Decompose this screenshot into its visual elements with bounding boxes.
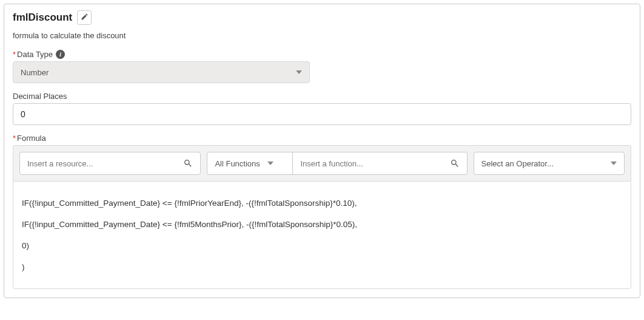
- search-icon: [176, 152, 200, 174]
- edit-button[interactable]: [77, 10, 92, 25]
- info-icon[interactable]: i: [56, 50, 65, 59]
- operator-placeholder: Select an Operator...: [481, 159, 554, 168]
- function-input[interactable]: [293, 152, 442, 174]
- formula-label: *Formula: [13, 134, 631, 143]
- formula-toolbar: All Functions Select an Operator...: [13, 145, 631, 181]
- chevron-down-icon: [296, 70, 302, 74]
- chevron-down-icon: [267, 162, 273, 165]
- title-row: fmlDiscount: [13, 10, 631, 25]
- decimal-places-field: Decimal Places: [13, 92, 631, 125]
- resource-picker[interactable]: [19, 152, 201, 175]
- data-type-label: *Data Type i: [13, 50, 631, 59]
- formula-textarea[interactable]: IF({!input_Committed_Payment_Date} <= {!…: [13, 181, 631, 289]
- chevron-down-icon: [611, 162, 617, 165]
- functions-filter-label: All Functions: [215, 159, 260, 168]
- decimal-places-label: Decimal Places: [13, 92, 631, 101]
- decimal-places-input[interactable]: [13, 103, 631, 125]
- data-type-select[interactable]: Number: [13, 61, 310, 83]
- data-type-value: Number: [21, 68, 49, 77]
- formula-title: fmlDiscount: [13, 12, 72, 24]
- function-picker-group: All Functions: [207, 152, 467, 175]
- data-type-field: *Data Type i Number: [13, 50, 631, 83]
- search-icon: [443, 152, 467, 174]
- resize-handle-icon[interactable]: [622, 280, 629, 287]
- operator-select[interactable]: Select an Operator...: [474, 152, 625, 175]
- formula-description: formula to calculate the discount: [13, 31, 631, 40]
- functions-filter-select[interactable]: All Functions: [207, 152, 292, 174]
- pencil-icon: [81, 13, 89, 22]
- resource-input[interactable]: [20, 152, 176, 174]
- formula-field: *Formula All Functions: [13, 134, 631, 289]
- formula-editor-panel: fmlDiscount formula to calculate the dis…: [4, 4, 640, 298]
